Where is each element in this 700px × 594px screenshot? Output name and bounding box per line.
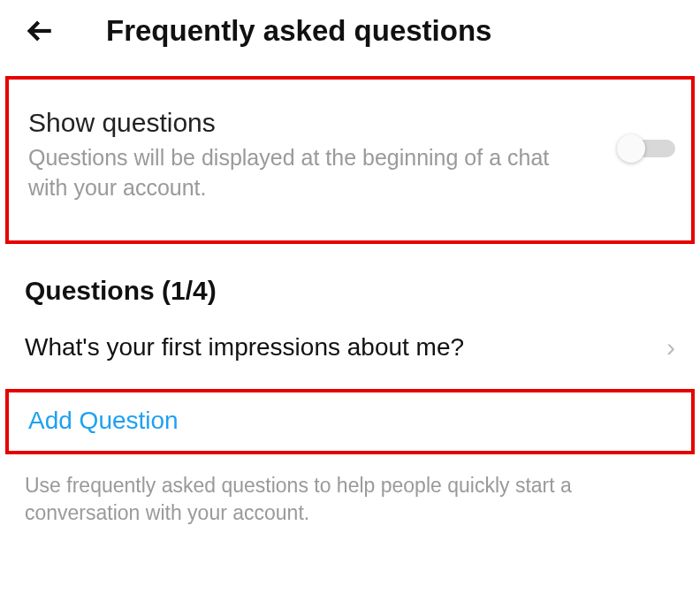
toggle-thumb	[617, 134, 645, 163]
helper-text: Use frequently asked questions to help p…	[0, 460, 700, 539]
questions-section-title: Questions (1/4)	[0, 269, 700, 332]
question-item[interactable]: What's your first impressions about me? …	[0, 332, 700, 378]
show-questions-title: Show questions	[28, 108, 617, 138]
back-button[interactable]	[25, 16, 71, 46]
show-questions-card: Show questions Questions will be display…	[5, 76, 695, 244]
arrow-left-icon	[25, 16, 55, 46]
show-questions-description: Questions will be displayed at the begin…	[28, 143, 550, 203]
chevron-right-icon: ›	[666, 332, 675, 362]
page-title: Frequently asked questions	[71, 14, 675, 48]
show-questions-toggle[interactable]	[617, 134, 675, 163]
add-question-card: Add Question	[5, 389, 695, 454]
add-question-button[interactable]: Add Question	[28, 407, 677, 435]
header: Frequently asked questions	[0, 0, 700, 62]
question-item-label: What's your first impressions about me?	[25, 333, 666, 362]
show-questions-text: Show questions Questions will be display…	[28, 108, 617, 203]
